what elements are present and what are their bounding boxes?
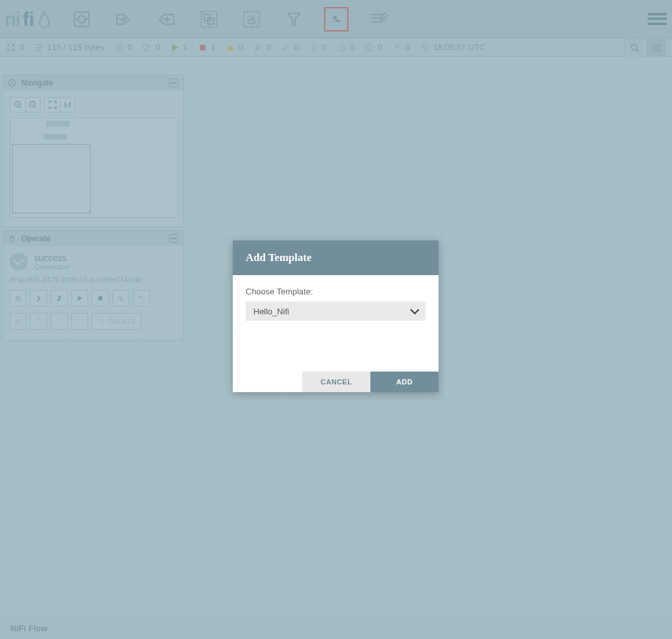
invalid-count: 0 [226,42,243,52]
breadcrumb-bar: NiFi Flow [0,617,672,639]
zoom-actual-button[interactable] [60,97,75,113]
group-button[interactable] [51,313,68,330]
component-name: success [34,253,70,263]
operate-panel-header: Operate [3,231,183,246]
svg-rect-9 [7,48,10,51]
total-queued: 115 / 115 bytes [34,42,104,52]
navigate-panel-title: Navigate [21,78,53,87]
stop-button[interactable] [92,290,109,307]
collapse-icon[interactable] [169,234,178,243]
transmitting-count: 0 [114,42,132,52]
logo-text-1: ni [5,8,20,30]
svg-line-22 [636,49,639,51]
svg-rect-45 [37,319,41,324]
svg-text:i: i [368,44,370,51]
component-id: d7dcc631-0179-1000-57ca-c190e174d0f8 [10,276,177,284]
unknown-count: ?0 [392,42,410,52]
active-thread-count: 0 [6,42,24,52]
operate-panel-title: Operate [21,234,50,243]
svg-text:?: ? [395,44,399,51]
search-button[interactable] [624,39,644,57]
svg-rect-10 [12,48,15,51]
upload-template-button[interactable] [133,290,150,307]
operate-panel: Operate success Connection d7dcc631-0179… [3,230,184,341]
output-port-tool[interactable] [154,7,179,32]
create-template-button[interactable] [113,290,129,307]
processor-tool[interactable] [69,7,94,32]
svg-rect-15 [199,44,205,50]
svg-rect-42 [139,296,143,298]
template-combo[interactable]: Hello_Nifi [246,302,426,321]
svg-rect-40 [118,296,122,298]
svg-rect-41 [120,299,124,302]
global-menu-button[interactable] [648,10,667,29]
locally-modified-count: 0 [309,42,327,52]
choose-template-label: Choose Template: [246,287,426,296]
svg-rect-8 [12,43,15,46]
svg-point-21 [631,44,637,50]
svg-rect-23 [653,44,660,50]
navigate-panel: Navigate [3,75,184,228]
start-button[interactable] [71,290,88,307]
svg-rect-47 [57,319,62,325]
dialog-title: Add Template [233,240,439,275]
copy-button[interactable] [10,313,26,330]
template-combo-value: Hello_Nifi [253,307,289,316]
flow-status-bar: 0 115 / 115 bytes 0 0 1 1 0 0 0 0 0 i0 ?… [0,39,672,57]
up-to-date-count: 0 [282,42,299,52]
input-port-tool[interactable] [112,7,136,32]
zoom-in-button[interactable] [10,97,25,113]
disabled-count: 0 [253,42,271,52]
process-group-tool[interactable] [197,7,221,32]
svg-rect-7 [7,43,10,46]
svg-point-12 [118,46,120,49]
svg-line-28 [19,107,21,109]
paste-button[interactable] [30,313,47,330]
remote-process-group-tool[interactable] [239,7,264,32]
svg-rect-1 [201,11,217,26]
not-transmitting-count: 0 [142,42,159,52]
add-button[interactable]: ADD [370,372,439,392]
component-type: Connection [34,263,70,271]
connection-icon [10,253,28,271]
navigate-panel-header: Navigate [3,75,183,91]
compass-icon [8,79,16,87]
cancel-button[interactable]: CANCEL [302,372,370,392]
svg-point-37 [17,297,20,300]
label-tool[interactable] [367,7,391,32]
svg-rect-39 [98,296,102,300]
water-drop-icon [37,10,51,28]
svg-line-14 [144,44,150,50]
svg-point-35 [67,104,68,105]
breadcrumb-root[interactable]: NiFi Flow [10,624,48,633]
funnel-tool[interactable] [282,7,306,32]
add-template-dialog: Add Template Choose Template: Hello_Nifi… [233,240,439,392]
component-toolbar: nifi [0,0,672,39]
collapse-icon[interactable] [169,78,178,87]
birdseye-view[interactable] [10,118,178,218]
stale-count: 0 [337,42,354,52]
logo-text-2: fi [23,8,34,30]
last-refresh: 18:05:57 UTC [421,42,486,52]
svg-rect-5 [332,16,336,19]
zoom-fit-button[interactable] [44,97,60,113]
running-count: 1 [170,42,188,52]
zoom-out-button[interactable] [25,97,41,113]
stopped-count: 1 [198,42,215,52]
disable-button[interactable] [51,290,68,307]
bulletin-button[interactable] [646,39,666,57]
svg-line-32 [35,107,37,109]
color-button[interactable] [71,313,88,330]
configure-button[interactable] [10,290,26,307]
sync-failure-count: i0 [365,42,382,52]
enable-button[interactable] [30,290,47,307]
chevron-down-icon [412,309,418,313]
hand-icon [8,235,16,242]
template-tool[interactable] [324,7,349,32]
nifi-logo: nifi [5,8,51,30]
delete-button[interactable]: DELETE [92,313,141,330]
